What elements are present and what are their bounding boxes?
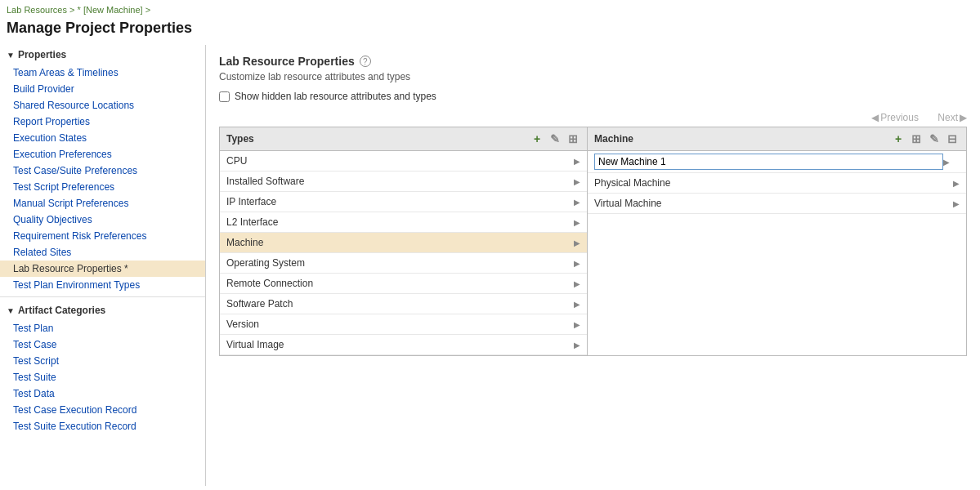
type-arrow-software-patch: ▶ [574, 300, 580, 309]
type-arrow-l2-interface: ▶ [574, 218, 580, 227]
nav-row: ◀ Previous Next ▶ [219, 112, 967, 123]
type-row-cpu[interactable]: CPU ▶ [220, 151, 587, 172]
panels-container: Types + ✎ ⊞ CPU ▶ Installed Software ▶ [219, 127, 967, 356]
sidebar-item-test-plan-env-types[interactable]: Test Plan Environment Types [0, 277, 205, 293]
machine-label-physical: Physical Machine [594, 177, 953, 189]
machine-edit-icon[interactable]: ✎ [927, 131, 942, 146]
sidebar-item-requirement-risk[interactable]: Requirement Risk Preferences [0, 228, 205, 244]
sidebar-item-build-provider[interactable]: Build Provider [0, 81, 205, 97]
type-arrow-ip-interface: ▶ [574, 198, 580, 207]
sidebar-item-test-plan[interactable]: Test Plan [0, 320, 205, 336]
previous-link[interactable]: ◀ Previous [871, 112, 919, 123]
sidebar-item-test-script[interactable]: Test Script [0, 353, 205, 369]
machine-row-physical-machine[interactable]: Physical Machine ▶ [588, 173, 966, 194]
machine-add-icon[interactable]: + [891, 131, 906, 146]
type-label-software-patch: Software Patch [226, 298, 574, 310]
types-panel-header: Types + ✎ ⊞ [220, 127, 587, 151]
sidebar-item-test-case-execution-record[interactable]: Test Case Execution Record [0, 402, 205, 418]
type-label-version: Version [226, 318, 574, 330]
type-label-remote-connection: Remote Connection [226, 278, 574, 289]
type-row-installed-software[interactable]: Installed Software ▶ [220, 172, 587, 192]
machine-row-new-machine-1[interactable]: ▶ [588, 151, 966, 173]
sidebar-item-related-sites[interactable]: Related Sites [0, 244, 205, 261]
types-panel-title: Types [226, 133, 530, 145]
type-label-l2-interface: L2 Interface [226, 216, 574, 228]
type-arrow-machine: ▶ [574, 238, 580, 247]
machine-row-virtual-machine[interactable]: Virtual Machine ▶ [588, 194, 966, 214]
type-row-software-patch[interactable]: Software Patch ▶ [220, 294, 587, 314]
sidebar-item-report-properties[interactable]: Report Properties [0, 114, 205, 130]
types-grid-icon[interactable]: ⊞ [566, 131, 580, 146]
sidebar-item-test-script-prefs[interactable]: Test Script Preferences [0, 179, 205, 195]
type-label-installed-software: Installed Software [226, 176, 574, 187]
type-row-remote-connection[interactable]: Remote Connection ▶ [220, 274, 587, 294]
types-panel-actions: + ✎ ⊞ [530, 131, 580, 146]
sidebar-item-team-areas[interactable]: Team Areas & Timelines [0, 65, 205, 81]
type-arrow-virtual-image: ▶ [574, 341, 580, 350]
show-hidden-row: Show hidden lab resource attributes and … [219, 91, 967, 102]
type-label-virtual-image: Virtual Image [226, 339, 574, 350]
type-arrow-operating-system: ▶ [574, 259, 580, 268]
breadcrumb: Lab Resources > * [New Machine] > [0, 0, 980, 16]
properties-section-label: Properties [18, 49, 66, 60]
type-row-ip-interface[interactable]: IP Interface ▶ [220, 192, 587, 212]
show-hidden-label: Show hidden lab resource attributes and … [235, 91, 436, 102]
sidebar-item-shared-resource[interactable]: Shared Resource Locations [0, 97, 205, 114]
type-arrow-remote-connection: ▶ [574, 279, 580, 288]
next-arrow-icon: ▶ [960, 112, 967, 123]
sidebar-item-test-suite-execution-record[interactable]: Test Suite Execution Record [0, 418, 205, 434]
sidebar-item-test-suite[interactable]: Test Suite [0, 369, 205, 385]
sidebar-item-testcase-suite-prefs[interactable]: Test Case/Suite Preferences [0, 163, 205, 179]
properties-arrow-icon: ▼ [7, 51, 15, 60]
previous-arrow-icon: ◀ [871, 112, 879, 123]
sidebar-item-quality-objectives[interactable]: Quality Objectives [0, 212, 205, 228]
previous-label: Previous [880, 112, 919, 123]
type-arrow-installed-software: ▶ [574, 177, 580, 186]
sidebar-item-execution-preferences[interactable]: Execution Preferences [0, 146, 205, 163]
machine-panel: Machine + ⊞ ✎ ⊟ ▶ Physical Machine ▶ [588, 127, 966, 355]
sidebar-item-lab-resource-properties[interactable]: Lab Resource Properties * [0, 261, 205, 277]
machine-panel-title: Machine [594, 133, 891, 145]
sidebar: ▼ Properties Team Areas & Timelines Buil… [0, 45, 206, 486]
types-add-icon[interactable]: + [530, 131, 544, 146]
breadcrumb-lab-resources[interactable]: Lab Resources [7, 5, 67, 15]
machine-panel-actions: + ⊞ ✎ ⊟ [891, 131, 960, 146]
types-edit-icon[interactable]: ✎ [548, 131, 562, 146]
type-arrow-cpu: ▶ [574, 157, 580, 166]
content-header: Lab Resource Properties ? [219, 55, 967, 68]
type-label-machine: Machine [226, 237, 574, 248]
machine-arrow-physical: ▶ [953, 179, 960, 188]
sidebar-item-execution-states[interactable]: Execution States [0, 130, 205, 146]
sidebar-item-test-data[interactable]: Test Data [0, 385, 205, 402]
machine-arrow-new-machine-1: ▶ [943, 158, 950, 167]
type-label-cpu: CPU [226, 155, 574, 167]
next-label: Next [937, 112, 958, 123]
sidebar-item-manual-script-prefs[interactable]: Manual Script Preferences [0, 195, 205, 212]
help-icon[interactable]: ? [360, 56, 371, 67]
page-title: Manage Project Properties [0, 16, 980, 45]
main-content: Lab Resource Properties ? Customize lab … [206, 45, 980, 486]
machine-name-input[interactable] [594, 154, 943, 170]
machine-expand-icon[interactable]: ⊞ [909, 131, 924, 146]
type-label-operating-system: Operating System [226, 257, 574, 269]
type-arrow-version: ▶ [574, 320, 580, 329]
machine-hide-icon[interactable]: ⊟ [945, 131, 960, 146]
show-hidden-checkbox[interactable] [219, 91, 230, 102]
artifact-section-label: Artifact Categories [18, 305, 105, 316]
sidebar-item-test-case[interactable]: Test Case [0, 336, 205, 353]
type-row-operating-system[interactable]: Operating System ▶ [220, 253, 587, 274]
type-row-version[interactable]: Version ▶ [220, 314, 587, 335]
sidebar-divider [0, 296, 205, 297]
type-label-ip-interface: IP Interface [226, 196, 574, 207]
next-link[interactable]: Next ▶ [937, 112, 967, 123]
type-row-machine[interactable]: Machine ▶ [220, 233, 587, 253]
type-row-virtual-image[interactable]: Virtual Image ▶ [220, 335, 587, 355]
machine-panel-header: Machine + ⊞ ✎ ⊟ [588, 127, 966, 151]
properties-section-header[interactable]: ▼ Properties [0, 45, 205, 65]
type-row-l2-interface[interactable]: L2 Interface ▶ [220, 212, 587, 233]
machine-arrow-virtual: ▶ [953, 199, 960, 208]
types-panel: Types + ✎ ⊞ CPU ▶ Installed Software ▶ [220, 127, 588, 355]
artifact-section-header[interactable]: ▼ Artifact Categories [0, 301, 205, 320]
artifact-arrow-icon: ▼ [7, 306, 15, 315]
breadcrumb-new-machine[interactable]: * [New Machine] [78, 5, 143, 15]
